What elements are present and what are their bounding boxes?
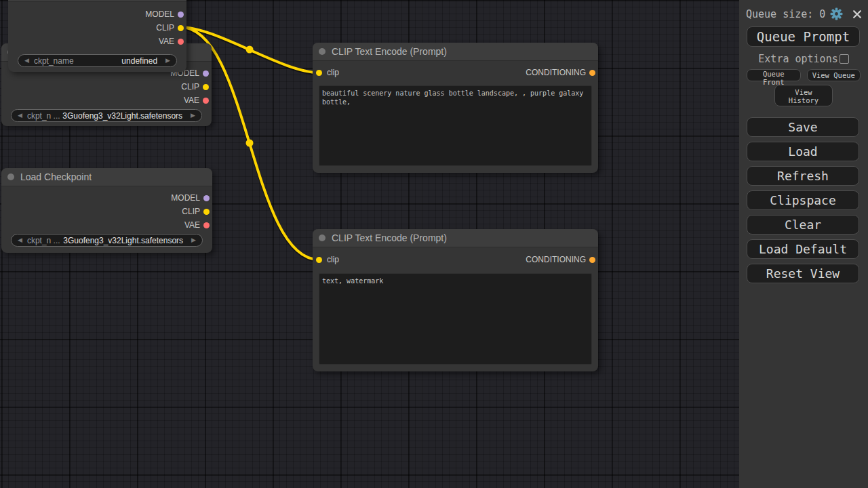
queue-front-button[interactable]: Queue Front xyxy=(747,69,801,81)
node-title-bar[interactable]: CLIP Text Encode (Prompt) xyxy=(313,229,598,247)
load-button[interactable]: Load xyxy=(747,142,859,161)
output-slot-label: MODEL xyxy=(171,193,200,203)
combo-left-arrow-icon[interactable]: ◀ xyxy=(24,58,29,64)
widget-label: ckpt_n ... xyxy=(27,236,60,245)
output-slot-vae: VAE xyxy=(1,218,212,232)
widget-label: ckpt_n ... xyxy=(27,111,60,121)
node-clip-text-encode-positive[interactable]: CLIP Text Encode (Prompt) clip CONDITION… xyxy=(313,43,598,173)
view-queue-button[interactable]: View Queue xyxy=(807,69,861,81)
output-slot-label: CLIP xyxy=(156,23,174,33)
conditioning-output-dot[interactable] xyxy=(589,257,595,263)
output-slot-model: MODEL xyxy=(1,191,212,205)
extra-options-row: Extra options xyxy=(739,53,868,65)
prompt-textarea[interactable]: beautiful scenery nature glass bottle la… xyxy=(319,85,592,166)
view-history-button[interactable]: View History xyxy=(774,85,833,106)
node-title: CLIP Text Encode (Prompt) xyxy=(332,232,447,243)
widget-value: 3Guofeng3_v32Light.safetensors xyxy=(63,236,183,245)
model-output-dot[interactable] xyxy=(178,12,184,18)
vae-output-dot[interactable] xyxy=(203,222,210,228)
output-slot-clip: CLIP xyxy=(8,21,186,35)
link-midpoint-dot xyxy=(246,46,254,54)
combo-right-arrow-icon[interactable]: ▶ xyxy=(191,113,195,119)
model-output-dot[interactable] xyxy=(203,195,210,201)
vae-output-dot[interactable] xyxy=(203,98,209,104)
collapse-dot-icon[interactable] xyxy=(319,48,326,55)
node-title-bar[interactable]: Load Checkpoint xyxy=(1,168,212,186)
settings-gear-icon[interactable] xyxy=(830,7,843,20)
ckpt-name-widget[interactable]: ◀ ckpt_name undefined ▶ xyxy=(18,54,177,67)
io-slot-row: clip CONDITIONING xyxy=(313,247,598,272)
link-midpoint-dot xyxy=(246,140,254,147)
combo-left-arrow-icon[interactable]: ◀ xyxy=(18,113,22,119)
io-slot-row: clip CONDITIONING xyxy=(313,61,598,84)
node-title: CLIP Text Encode (Prompt) xyxy=(332,46,447,57)
clip-output-dot[interactable] xyxy=(203,84,209,90)
node-canvas[interactable]: MODEL CLIP VAE ◀ ckpt_n ... 3Guofeng3_v3… xyxy=(0,0,739,488)
output-slot-label: VAE xyxy=(184,96,199,105)
conditioning-output-dot[interactable] xyxy=(589,70,595,76)
clip-output-dot[interactable] xyxy=(203,209,210,215)
output-slot-vae: VAE xyxy=(8,35,186,48)
combo-left-arrow-icon[interactable]: ◀ xyxy=(18,237,22,243)
model-output-dot[interactable] xyxy=(203,70,209,77)
ckpt-name-widget[interactable]: ◀ ckpt_n ... 3Guofeng3_v32Light.safetens… xyxy=(11,109,202,122)
queue-size-label: Queue size: 0 xyxy=(746,8,825,20)
comfy-menu: Queue size: 0 Que xyxy=(739,0,868,488)
clip-input-dot[interactable] xyxy=(316,257,322,263)
combo-right-arrow-icon[interactable]: ▶ xyxy=(191,237,196,243)
output-slot-label: VAE xyxy=(184,220,200,230)
collapse-dot-icon[interactable] xyxy=(7,174,14,180)
load-default-button[interactable]: Load Default xyxy=(747,239,859,259)
extra-options-label: Extra options xyxy=(758,53,837,65)
queue-controls-row: Queue Front View Queue xyxy=(747,69,861,81)
close-menu-icon[interactable] xyxy=(852,9,862,19)
node-title-bar[interactable]: CLIP Text Encode (Prompt) xyxy=(313,43,598,61)
menu-header: Queue size: 0 xyxy=(739,0,868,20)
output-slot-label: CONDITIONING xyxy=(526,68,586,77)
output-slot-label: MODEL xyxy=(145,9,174,19)
save-button[interactable]: Save xyxy=(747,117,859,137)
node-checkpoint-top[interactable]: MODEL CLIP VAE ◀ ckpt_name undefined ▶ xyxy=(8,0,186,72)
clipspace-button[interactable]: Clipspace xyxy=(747,190,859,210)
extra-options-checkbox[interactable] xyxy=(840,54,849,64)
collapse-dot-icon[interactable] xyxy=(319,235,326,241)
input-slot-label: clip xyxy=(327,255,339,264)
vae-output-dot[interactable] xyxy=(178,39,184,45)
reset-view-button[interactable]: Reset View xyxy=(747,264,859,283)
node-clip-text-encode-negative[interactable]: CLIP Text Encode (Prompt) clip CONDITION… xyxy=(313,229,598,371)
input-slot-label: clip xyxy=(327,68,339,77)
output-slot-label: VAE xyxy=(159,37,174,46)
output-slot-model: MODEL xyxy=(8,7,186,21)
output-slot-clip: CLIP xyxy=(1,205,212,218)
comfyui-app: MODEL CLIP VAE ◀ ckpt_n ... 3Guofeng3_v3… xyxy=(0,0,868,488)
node-load-checkpoint[interactable]: Load Checkpoint MODEL CLIP VAE ◀ ckpt_n xyxy=(1,168,212,253)
menu-buttons: Save Load Refresh Clipspace Clear Load D… xyxy=(739,117,868,283)
clip-output-dot[interactable] xyxy=(178,25,184,31)
node-title: Load Checkpoint xyxy=(20,171,92,182)
widget-value: 3Guofeng3_v32Light.safetensors xyxy=(62,111,182,121)
queue-prompt-button[interactable]: Queue Prompt xyxy=(747,26,860,47)
widget-label: ckpt_name xyxy=(34,56,74,66)
output-slot-label: CONDITIONING xyxy=(526,255,586,264)
clear-button[interactable]: Clear xyxy=(747,215,859,235)
widget-value: undefined xyxy=(121,56,157,66)
output-slot-vae: VAE xyxy=(1,94,212,107)
combo-right-arrow-icon[interactable]: ▶ xyxy=(165,58,170,64)
output-slot-clip: CLIP xyxy=(1,80,212,94)
output-slot-label: CLIP xyxy=(182,207,200,216)
prompt-textarea[interactable]: text, watermark xyxy=(319,273,592,365)
refresh-button[interactable]: Refresh xyxy=(747,166,859,186)
ckpt-name-widget[interactable]: ◀ ckpt_n ... 3Guofeng3_v32Light.safetens… xyxy=(11,234,203,247)
clip-input-dot[interactable] xyxy=(316,70,322,76)
output-slot-label: CLIP xyxy=(181,82,199,92)
